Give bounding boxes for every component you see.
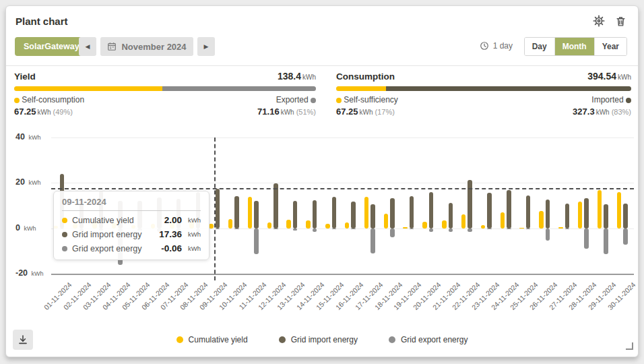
bar-cumulative-yield[interactable] [558, 227, 563, 229]
bar-grid-import[interactable] [351, 202, 356, 229]
bar-cumulative-yield[interactable] [461, 214, 466, 228]
yield-right-value: 71.16kWh(51%) [257, 107, 316, 117]
bar-grid-import[interactable] [216, 189, 220, 228]
bar-grid-import[interactable] [254, 201, 259, 228]
bar-grid-import[interactable] [429, 192, 434, 229]
legend-item-grid-import[interactable]: Grid import energy [279, 335, 358, 344]
bar-grid-import[interactable] [449, 203, 453, 229]
prev-period-button[interactable]: ◀ [79, 37, 96, 56]
cumulative-yield-dot [176, 336, 183, 343]
delete-button[interactable] [614, 14, 627, 28]
consumption-bar-right [386, 86, 631, 91]
bar-cumulative-yield[interactable] [617, 192, 622, 228]
bar-cumulative-yield[interactable] [578, 202, 583, 229]
bar-cumulative-yield[interactable] [345, 222, 350, 228]
bar-grid-export[interactable] [526, 229, 531, 230]
yield-bar-right [162, 86, 316, 91]
bar-grid-import[interactable] [487, 193, 492, 228]
bar-grid-export[interactable] [410, 229, 414, 230]
bar-grid-export[interactable] [487, 229, 492, 230]
bar-grid-export[interactable] [623, 229, 628, 245]
bar-grid-import[interactable] [507, 190, 511, 228]
bar-grid-import[interactable] [410, 196, 414, 229]
bar-cumulative-yield[interactable] [267, 222, 272, 229]
plant-chart-card: Plant chart SolarGa [5, 5, 639, 357]
legend-item-cumulative-yield[interactable]: Cumulative yield [176, 335, 248, 344]
bar-grid-export[interactable] [604, 229, 608, 255]
bar-grid-export[interactable] [254, 229, 259, 254]
bar-cumulative-yield[interactable] [364, 197, 369, 229]
bar-grid-import[interactable] [526, 195, 531, 229]
consumption-right-label: Imported [591, 95, 631, 104]
bar-grid-export[interactable] [234, 229, 239, 230]
bar-cumulative-yield[interactable] [209, 224, 214, 229]
bar-cumulative-yield[interactable] [539, 211, 544, 228]
bar-cumulative-yield[interactable] [442, 220, 447, 229]
exported-dot [311, 98, 316, 103]
bar-grid-import[interactable] [604, 204, 608, 229]
bar-grid-export[interactable] [293, 229, 298, 231]
consumption-bar-left [336, 86, 386, 91]
bar-grid-export[interactable] [273, 229, 278, 230]
yield-summary: Yield 138.4kWh Self-consumption Exported… [14, 71, 316, 117]
bar-grid-export[interactable] [468, 229, 472, 232]
yield-left-label: Self-consumption [14, 95, 84, 104]
bar-grid-import[interactable] [273, 183, 278, 228]
consumption-progress-bar [336, 86, 631, 91]
bar-grid-export[interactable] [313, 229, 317, 232]
bar-grid-export[interactable] [390, 229, 395, 237]
gear-icon [593, 15, 605, 27]
bar-grid-export[interactable] [584, 229, 589, 249]
self-consumption-dot [14, 98, 20, 103]
bar-cumulative-yield[interactable] [325, 224, 330, 229]
bar-cumulative-yield[interactable] [598, 190, 602, 228]
bar-grid-export[interactable] [429, 229, 434, 232]
bar-cumulative-yield[interactable] [422, 222, 427, 229]
resize-grip[interactable] [624, 340, 635, 354]
bar-grid-export[interactable] [216, 229, 220, 230]
y-tick-label: 0 kWh [15, 223, 36, 233]
next-period-button[interactable]: ▶ [197, 37, 215, 56]
bar-grid-import[interactable] [565, 204, 570, 229]
bar-grid-export[interactable] [507, 229, 511, 230]
y-tick-label: -20 kWh [15, 268, 44, 278]
bar-cumulative-yield[interactable] [403, 227, 408, 229]
settings-button[interactable] [592, 14, 606, 28]
tab-month[interactable]: Month [554, 38, 594, 55]
gateway-chip[interactable]: SolarGateway [15, 37, 88, 56]
bar-cumulative-yield[interactable] [248, 197, 253, 229]
bar-cumulative-yield[interactable] [286, 220, 291, 229]
bar-grid-import[interactable] [371, 204, 375, 229]
bar-grid-import[interactable] [468, 180, 472, 228]
bar-grid-export[interactable] [351, 229, 356, 230]
tooltip-row-import: Grid import energy 17.36kWh [62, 229, 201, 239]
date-picker-button[interactable]: November 2024 [100, 37, 193, 56]
legend-item-grid-export[interactable]: Grid export energy [389, 335, 468, 344]
bar-cumulative-yield[interactable] [228, 219, 233, 229]
threshold-dashed-line [51, 188, 634, 189]
bar-cumulative-yield[interactable] [384, 214, 389, 228]
bar-grid-export[interactable] [332, 229, 337, 230]
bar-grid-export[interactable] [449, 229, 453, 232]
bar-cumulative-yield[interactable] [519, 228, 524, 229]
bar-grid-export[interactable] [546, 229, 550, 241]
tooltip-date: 09-11-2024 [62, 197, 201, 211]
bar-grid-import[interactable] [390, 198, 395, 229]
consumption-left-label: Self-sufficiency [336, 95, 398, 104]
bar-grid-import[interactable] [234, 196, 239, 229]
bar-cumulative-yield[interactable] [306, 220, 311, 229]
tab-day[interactable]: Day [525, 38, 554, 55]
bar-grid-import[interactable] [623, 204, 628, 229]
bar-cumulative-yield[interactable] [481, 225, 486, 229]
bar-grid-import[interactable] [313, 200, 317, 228]
toolbar-divider [6, 65, 638, 66]
bar-grid-export[interactable] [565, 229, 570, 230]
grid-export-dot [62, 246, 67, 251]
bar-grid-import[interactable] [293, 201, 298, 229]
bar-grid-import[interactable] [332, 197, 337, 229]
bar-grid-import[interactable] [584, 198, 589, 229]
bar-grid-export[interactable] [371, 229, 375, 253]
bar-grid-import[interactable] [546, 200, 550, 229]
tab-year[interactable]: Year [594, 38, 626, 55]
bar-cumulative-yield[interactable] [501, 212, 505, 228]
